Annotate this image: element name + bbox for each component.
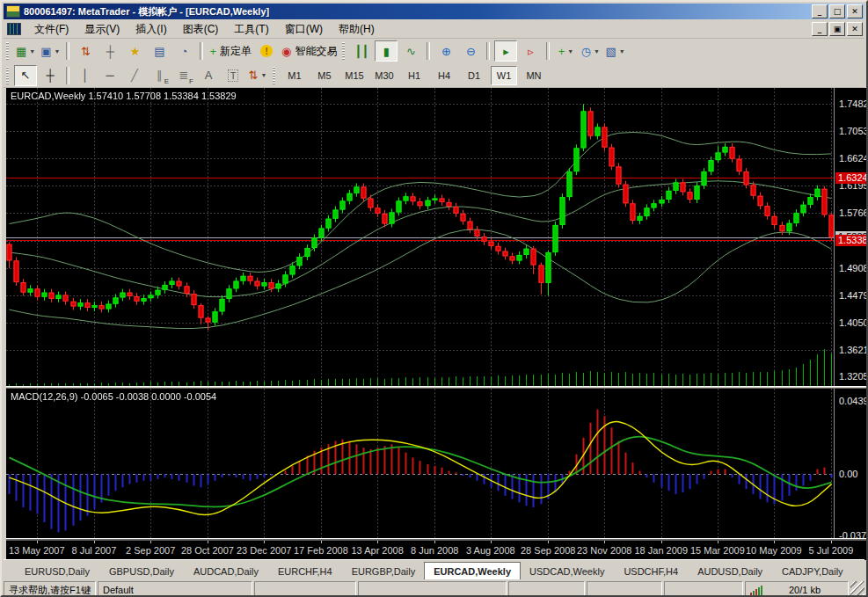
templates-button[interactable]: ▧▼	[603, 40, 626, 62]
menu-item-1[interactable]: 显示(V)	[77, 20, 128, 39]
toolbar-separator	[486, 42, 490, 60]
chart-tab-audcad-daily[interactable]: AUDCAD,Daily	[185, 564, 267, 579]
chart-tab-cadjpy-daily[interactable]: CADJPY,Daily	[773, 564, 852, 579]
arrows-dropdown-arrow[interactable]: ▼	[260, 72, 266, 78]
menu-item-5[interactable]: 窗口(W)	[277, 20, 331, 39]
timeframe-m15-button[interactable]: M15	[341, 66, 368, 85]
chart-area[interactable]: EURCAD,Weekly 1.57410 1.57708 1.53384 1.…	[6, 88, 867, 559]
chart-tab-eurchf-h4[interactable]: EURCHF,H4	[269, 564, 341, 579]
new-order-button[interactable]: +新定单	[208, 40, 253, 62]
trendline-button[interactable]: ╱	[123, 65, 146, 86]
menu-item-3[interactable]: 图表(C)	[175, 20, 227, 39]
bar-chart-mode-icon: ┃┃	[355, 45, 369, 58]
navigator-button[interactable]: ★	[123, 40, 146, 62]
market-watch-button[interactable]: ⇅	[74, 40, 97, 62]
time-axis-label: 15 Mar 2009	[690, 545, 745, 556]
app-icon	[6, 5, 20, 18]
text-button[interactable]: A	[197, 65, 220, 86]
toolbar-separator	[200, 42, 203, 60]
status-profile[interactable]: Default	[98, 581, 252, 597]
data-window-button[interactable]: ┼	[98, 40, 121, 62]
toolbar-grip[interactable]	[273, 67, 275, 84]
horizontal-line-button[interactable]: ─	[98, 65, 121, 86]
toolbar-grip[interactable]	[6, 67, 9, 84]
zoom-out-button[interactable]: ⊖	[459, 40, 482, 62]
timeframe-m5-button[interactable]: M5	[311, 66, 338, 85]
timeframe-h1-button[interactable]: H1	[401, 66, 427, 85]
fibonacci-button[interactable]: ≣F	[172, 65, 195, 86]
title-bar[interactable]: 800061497: MetaTrader - 模拟帐户 - [EURCAD,W…	[4, 4, 864, 19]
status-bar: 寻求帮助,请按F1键 Default 20/1 kb	[4, 579, 864, 597]
chart-tab-usdchf-h4[interactable]: USDCHF,H4	[615, 564, 687, 579]
price-axis-label: 1.57660	[839, 207, 868, 219]
text-label-button[interactable]: T	[222, 65, 244, 86]
profiles-dropdown-arrow[interactable]: ▼	[55, 48, 61, 55]
indicators-button[interactable]: +▼	[554, 40, 577, 62]
chart-tab-usd[interactable]: USD	[854, 564, 863, 579]
bar-chart-mode-button[interactable]: ┃┃	[350, 40, 373, 62]
crosshair-button[interactable]: ┼	[39, 65, 62, 86]
time-axis-label: 8 Jun 2008	[411, 545, 458, 556]
timeframe-m1-button[interactable]: M1	[281, 66, 308, 85]
metaeditor-button[interactable]: !	[255, 40, 278, 62]
strategy-tester-button[interactable]: ◔	[172, 40, 195, 62]
menu-item-2[interactable]: 插入(I)	[128, 20, 174, 39]
price-axis-label: 1.70530	[839, 126, 868, 137]
timeframe-d1-button[interactable]: D1	[461, 66, 487, 85]
menu-item-0[interactable]: 文件(F)	[26, 20, 77, 39]
minimize-button[interactable]: _	[812, 4, 828, 18]
timeframe-h4-button[interactable]: H4	[431, 66, 457, 85]
child-close-button[interactable]: ✕	[847, 22, 863, 36]
chart-tab-eurcad-weekly[interactable]: EURCAD,Weekly	[424, 562, 521, 579]
zoom-in-icon: ⊕	[441, 45, 451, 58]
chart-shift-button[interactable]: ▹	[519, 40, 542, 62]
toolbar-grip[interactable]	[342, 42, 345, 60]
periods-button[interactable]: ◷▼	[579, 40, 602, 62]
equidistant-channel-button[interactable]: ∥E	[148, 65, 171, 86]
time-axis-tick	[321, 541, 322, 543]
vertical-line-button[interactable]: │	[74, 65, 97, 86]
chart-tab-eurusd-daily[interactable]: EURUSD,Daily	[16, 564, 98, 579]
tab-scroll-left-button[interactable]: ◄	[863, 564, 868, 578]
new-chart-button[interactable]: ▦▼	[14, 40, 37, 62]
maximize-button[interactable]: □	[829, 4, 845, 18]
timeframe-mn-button[interactable]: MN	[521, 66, 547, 85]
text-label-icon: T	[228, 69, 239, 82]
hline-price-tag: 1.53382	[835, 235, 867, 246]
auto-scroll-icon: ▸	[503, 45, 509, 58]
chart-tab-eurgbp-daily[interactable]: EURGBP,Daily	[343, 564, 425, 579]
periods-dropdown-arrow[interactable]: ▼	[594, 48, 600, 55]
cursor-button[interactable]: ↖	[14, 65, 37, 86]
child-restore-button[interactable]: ▣	[829, 22, 845, 36]
time-axis[interactable]: 13 May 20078 Jul 20072 Sep 200728 Oct 20…	[6, 540, 867, 560]
timeframe-w1-button[interactable]: W1	[491, 66, 517, 85]
chart-window-icon[interactable]	[7, 23, 21, 35]
chart-tab-gbpusd-daily[interactable]: GBPUSD,Daily	[100, 564, 183, 579]
zoom-in-button[interactable]: ⊕	[434, 40, 457, 62]
close-button[interactable]: ✕	[847, 4, 863, 18]
terminal-button[interactable]: ▤	[148, 40, 171, 62]
menu-item-4[interactable]: 工具(T)	[226, 20, 276, 39]
menu-item-6[interactable]: 帮助(H)	[331, 20, 383, 39]
indicators-dropdown-arrow[interactable]: ▼	[567, 48, 573, 55]
new-chart-dropdown-arrow[interactable]: ▼	[29, 48, 35, 55]
line-chart-mode-button[interactable]: ∿	[399, 40, 422, 62]
expert-advisors-button[interactable]: ◉智能交易	[280, 40, 339, 62]
candlestick-mode-button[interactable]: ▮	[375, 40, 398, 62]
chart-tab-bar: EURUSD,DailyGBPUSD,DailyAUDCAD,DailyEURC…	[4, 559, 864, 579]
profiles-icon: ▣	[40, 45, 51, 58]
templates-dropdown-arrow[interactable]: ▼	[619, 48, 625, 55]
chart-tab-usdcad-weekly[interactable]: USDCAD,Weekly	[521, 564, 613, 579]
price-chart-canvas[interactable]	[6, 88, 834, 538]
profiles-button[interactable]: ▣▼	[39, 40, 62, 62]
time-axis-label: 3 Aug 2008	[466, 545, 515, 556]
toolbar-grip[interactable]	[6, 42, 9, 60]
macd-indicator-label: MACD(12,26,9) -0.0065 -0.0038 0.0000 -0.…	[11, 391, 216, 402]
child-minimize-button[interactable]: _	[812, 22, 828, 36]
resize-grip[interactable]	[850, 581, 864, 597]
timeframe-m30-button[interactable]: M30	[371, 66, 398, 85]
arrows-button[interactable]: ⇅▼	[246, 65, 269, 86]
chart-tab-audusd-daily[interactable]: AUDUSD,Daily	[689, 564, 771, 579]
auto-scroll-button[interactable]: ▸	[494, 40, 517, 62]
pane-splitter-main-macd[interactable]	[6, 386, 867, 389]
